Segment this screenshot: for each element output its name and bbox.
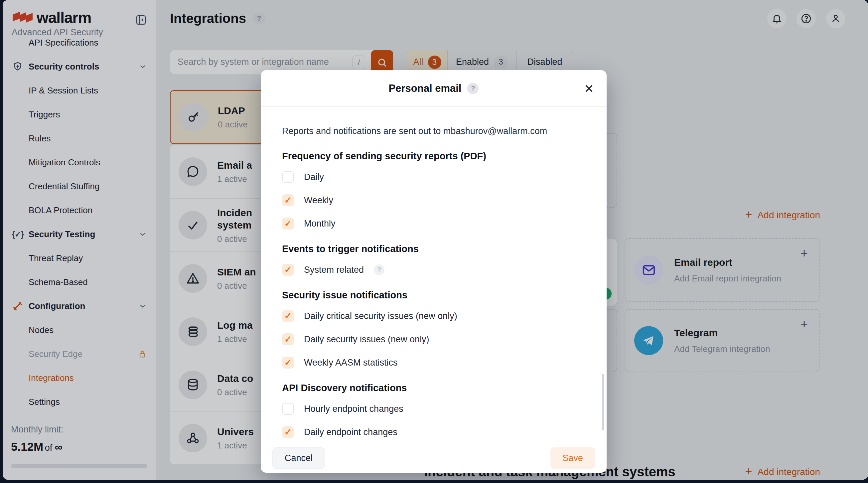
recipient-text: Reports and notifications are sent out t… [282, 125, 585, 137]
section-heading-api-discovery: API Discovery notifications [282, 383, 585, 394]
checkbox-checked-icon[interactable] [282, 426, 294, 438]
dialog-title: Personal email [389, 83, 462, 94]
section-heading-events: Events to trigger notifications [282, 243, 585, 254]
checkbox-unchecked-icon[interactable] [282, 403, 294, 415]
checkbox-checked-icon[interactable] [282, 194, 294, 206]
checkbox-row-daily[interactable]: Daily [282, 171, 585, 183]
personal-email-dialog: Personal email Reports and notifications… [261, 70, 607, 473]
checkbox-row-monthly[interactable]: Monthly [282, 217, 585, 230]
checkbox-checked-icon[interactable] [282, 310, 294, 322]
modal-scrollbar[interactable] [602, 374, 604, 430]
app-window: wallarm Advanced API Security API Specif… [3, 0, 868, 480]
checkbox-row-weekly[interactable]: Weekly [282, 194, 585, 206]
checkbox-row-daily-security[interactable]: Daily security issues (new only) [282, 333, 585, 345]
cancel-button[interactable]: Cancel [272, 447, 325, 469]
screen: wallarm Advanced API Security API Specif… [0, 0, 868, 483]
checkbox-row-daily-endpoint[interactable]: Daily endpoint changes [282, 426, 585, 438]
dialog-footer: Cancel Save [261, 443, 607, 473]
dialog-header: Personal email [261, 70, 607, 107]
checkbox-row-system-related[interactable]: System related [282, 264, 585, 276]
section-heading-frequency: Frequency of sending security reports (P… [282, 151, 585, 162]
checkbox-unchecked-icon[interactable] [282, 171, 294, 183]
help-icon[interactable] [374, 265, 384, 275]
dialog-help-icon[interactable] [467, 83, 478, 94]
checkbox-checked-icon[interactable] [282, 217, 294, 230]
checkbox-row-hourly-endpoint[interactable]: Hourly endpoint changes [282, 403, 585, 415]
close-icon[interactable] [583, 82, 595, 95]
checkbox-checked-icon[interactable] [282, 357, 294, 369]
checkbox-row-daily-critical[interactable]: Daily critical security issues (new only… [282, 310, 585, 322]
checkbox-checked-icon[interactable] [282, 264, 294, 276]
checkbox-row-weekly-aasm[interactable]: Weekly AASM statistics [282, 357, 585, 369]
checkbox-checked-icon[interactable] [282, 333, 294, 345]
save-button[interactable]: Save [550, 447, 595, 469]
section-heading-security-issues: Security issue notifications [282, 290, 585, 301]
dialog-body: Reports and notifications are sent out t… [261, 107, 607, 443]
